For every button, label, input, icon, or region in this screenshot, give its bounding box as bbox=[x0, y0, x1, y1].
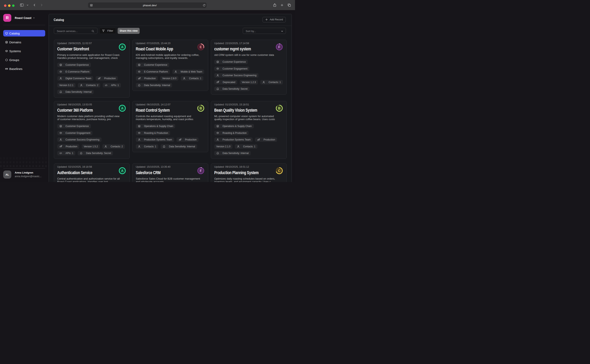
svg-text:F: F bbox=[200, 169, 202, 173]
svg-text:C: C bbox=[278, 169, 281, 173]
svg-text:A: A bbox=[121, 106, 123, 110]
svg-text:A: A bbox=[121, 45, 123, 49]
svg-text:B: B bbox=[200, 106, 202, 110]
svg-text:B: B bbox=[278, 106, 281, 110]
svg-text:E: E bbox=[200, 45, 202, 49]
svg-text:F: F bbox=[278, 45, 280, 49]
svg-text:A: A bbox=[121, 169, 123, 173]
